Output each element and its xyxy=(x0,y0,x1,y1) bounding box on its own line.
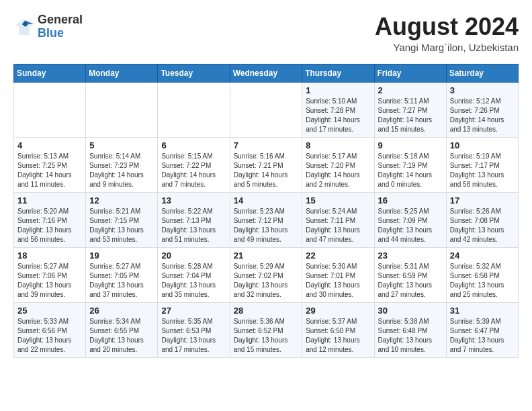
day-info: Sunrise: 5:39 AMSunset: 6:47 PMDaylight:… xyxy=(450,317,515,355)
day-number: 10 xyxy=(450,140,515,150)
day-cell: 12Sunrise: 5:21 AMSunset: 7:15 PMDayligh… xyxy=(86,192,158,247)
day-cell: 23Sunrise: 5:31 AMSunset: 6:59 PMDayligh… xyxy=(374,247,446,302)
day-number: 17 xyxy=(450,195,515,205)
day-info: Sunrise: 5:17 AMSunset: 7:20 PMDaylight:… xyxy=(306,152,370,189)
day-info: Sunrise: 5:16 AMSunset: 7:21 PMDaylight:… xyxy=(234,152,299,189)
day-info: Sunrise: 5:32 AMSunset: 6:58 PMDaylight:… xyxy=(450,262,515,300)
day-number: 18 xyxy=(17,250,82,261)
day-number: 14 xyxy=(234,195,299,205)
header-wednesday: Wednesday xyxy=(230,64,302,82)
day-number: 19 xyxy=(89,250,154,261)
day-cell: 25Sunrise: 5:33 AMSunset: 6:56 PMDayligh… xyxy=(14,302,86,357)
day-cell: 2Sunrise: 5:11 AMSunset: 7:27 PMDaylight… xyxy=(374,82,446,137)
day-info: Sunrise: 5:35 AMSunset: 6:53 PMDaylight:… xyxy=(161,317,226,355)
week-row-3: 11Sunrise: 5:20 AMSunset: 7:16 PMDayligh… xyxy=(14,192,519,247)
day-info: Sunrise: 5:12 AMSunset: 7:26 PMDaylight:… xyxy=(450,97,515,134)
day-number: 24 xyxy=(450,250,515,261)
header-saturday: Saturday xyxy=(446,64,518,82)
day-info: Sunrise: 5:31 AMSunset: 6:59 PMDaylight:… xyxy=(378,262,443,300)
day-info: Sunrise: 5:37 AMSunset: 6:50 PMDaylight:… xyxy=(306,317,370,355)
logo-line2: Blue xyxy=(38,27,83,40)
day-info: Sunrise: 5:19 AMSunset: 7:17 PMDaylight:… xyxy=(450,152,515,189)
day-cell: 18Sunrise: 5:27 AMSunset: 7:06 PMDayligh… xyxy=(14,247,86,302)
day-cell: 8Sunrise: 5:17 AMSunset: 7:20 PMDaylight… xyxy=(302,137,374,192)
day-cell: 9Sunrise: 5:18 AMSunset: 7:19 PMDaylight… xyxy=(374,137,446,192)
day-number: 29 xyxy=(306,306,370,316)
day-info: Sunrise: 5:30 AMSunset: 7:01 PMDaylight:… xyxy=(306,262,370,300)
day-info: Sunrise: 5:15 AMSunset: 7:22 PMDaylight:… xyxy=(161,152,226,189)
header-thursday: Thursday xyxy=(302,64,374,82)
day-number: 25 xyxy=(17,306,82,316)
day-number: 20 xyxy=(161,250,226,261)
calendar-header-row: SundayMondayTuesdayWednesdayThursdayFrid… xyxy=(14,64,519,82)
day-cell: 22Sunrise: 5:30 AMSunset: 7:01 PMDayligh… xyxy=(302,247,374,302)
day-cell: 20Sunrise: 5:28 AMSunset: 7:04 PMDayligh… xyxy=(158,247,230,302)
day-info: Sunrise: 5:21 AMSunset: 7:15 PMDaylight:… xyxy=(89,207,154,244)
day-cell: 19Sunrise: 5:27 AMSunset: 7:05 PMDayligh… xyxy=(86,247,158,302)
day-cell: 30Sunrise: 5:38 AMSunset: 6:48 PMDayligh… xyxy=(374,302,446,357)
day-info: Sunrise: 5:13 AMSunset: 7:25 PMDaylight:… xyxy=(17,152,82,189)
day-cell: 29Sunrise: 5:37 AMSunset: 6:50 PMDayligh… xyxy=(302,302,374,357)
day-number: 21 xyxy=(234,250,299,261)
header-monday: Monday xyxy=(86,64,158,82)
day-cell xyxy=(158,82,230,137)
day-cell: 4Sunrise: 5:13 AMSunset: 7:25 PMDaylight… xyxy=(14,137,86,192)
day-cell: 3Sunrise: 5:12 AMSunset: 7:26 PMDaylight… xyxy=(446,82,518,137)
day-info: Sunrise: 5:29 AMSunset: 7:02 PMDaylight:… xyxy=(234,262,299,300)
logo-icon xyxy=(13,16,35,38)
day-info: Sunrise: 5:36 AMSunset: 6:52 PMDaylight:… xyxy=(234,317,299,355)
logo: General Blue xyxy=(13,13,83,40)
day-number: 8 xyxy=(306,140,370,150)
day-info: Sunrise: 5:24 AMSunset: 7:11 PMDaylight:… xyxy=(306,207,370,244)
day-cell: 27Sunrise: 5:35 AMSunset: 6:53 PMDayligh… xyxy=(158,302,230,357)
day-info: Sunrise: 5:14 AMSunset: 7:23 PMDaylight:… xyxy=(89,152,154,189)
day-cell xyxy=(230,82,302,137)
day-cell: 15Sunrise: 5:24 AMSunset: 7:11 PMDayligh… xyxy=(302,192,374,247)
day-info: Sunrise: 5:28 AMSunset: 7:04 PMDaylight:… xyxy=(161,262,226,300)
day-info: Sunrise: 5:27 AMSunset: 7:05 PMDaylight:… xyxy=(89,262,154,300)
day-cell: 5Sunrise: 5:14 AMSunset: 7:23 PMDaylight… xyxy=(86,137,158,192)
day-cell: 21Sunrise: 5:29 AMSunset: 7:02 PMDayligh… xyxy=(230,247,302,302)
day-number: 22 xyxy=(306,250,370,261)
day-number: 27 xyxy=(161,306,226,316)
day-cell: 24Sunrise: 5:32 AMSunset: 6:58 PMDayligh… xyxy=(446,247,518,302)
header-sunday: Sunday xyxy=(14,64,86,82)
day-number: 7 xyxy=(234,140,299,150)
day-number: 23 xyxy=(378,250,443,261)
day-number: 13 xyxy=(161,195,226,205)
week-row-1: 1Sunrise: 5:10 AMSunset: 7:28 PMDaylight… xyxy=(14,82,519,137)
day-info: Sunrise: 5:10 AMSunset: 7:28 PMDaylight:… xyxy=(306,97,370,134)
day-info: Sunrise: 5:23 AMSunset: 7:12 PMDaylight:… xyxy=(234,207,299,244)
day-cell: 6Sunrise: 5:15 AMSunset: 7:22 PMDaylight… xyxy=(158,137,230,192)
day-number: 4 xyxy=(17,140,82,150)
day-info: Sunrise: 5:27 AMSunset: 7:06 PMDaylight:… xyxy=(17,262,82,300)
day-info: Sunrise: 5:38 AMSunset: 6:48 PMDaylight:… xyxy=(378,317,443,355)
week-row-5: 25Sunrise: 5:33 AMSunset: 6:56 PMDayligh… xyxy=(14,302,519,357)
day-cell: 7Sunrise: 5:16 AMSunset: 7:21 PMDaylight… xyxy=(230,137,302,192)
day-cell: 10Sunrise: 5:19 AMSunset: 7:17 PMDayligh… xyxy=(446,137,518,192)
logo-line1: General xyxy=(38,13,83,27)
page-header: General Blue August 2024 Yangi Marg`ilon… xyxy=(13,13,519,53)
day-cell: 14Sunrise: 5:23 AMSunset: 7:12 PMDayligh… xyxy=(230,192,302,247)
day-cell: 11Sunrise: 5:20 AMSunset: 7:16 PMDayligh… xyxy=(14,192,86,247)
day-number: 15 xyxy=(306,195,370,205)
day-number: 9 xyxy=(378,140,443,150)
day-number: 11 xyxy=(17,195,82,205)
header-tuesday: Tuesday xyxy=(158,64,230,82)
month-year: August 2024 xyxy=(375,13,519,40)
header-friday: Friday xyxy=(374,64,446,82)
day-number: 6 xyxy=(161,140,226,150)
day-cell: 31Sunrise: 5:39 AMSunset: 6:47 PMDayligh… xyxy=(446,302,518,357)
day-cell: 16Sunrise: 5:25 AMSunset: 7:09 PMDayligh… xyxy=(374,192,446,247)
day-cell: 1Sunrise: 5:10 AMSunset: 7:28 PMDaylight… xyxy=(302,82,374,137)
day-number: 30 xyxy=(378,306,443,316)
day-info: Sunrise: 5:11 AMSunset: 7:27 PMDaylight:… xyxy=(378,97,443,134)
day-cell: 26Sunrise: 5:34 AMSunset: 6:55 PMDayligh… xyxy=(86,302,158,357)
day-cell xyxy=(86,82,158,137)
day-info: Sunrise: 5:22 AMSunset: 7:13 PMDaylight:… xyxy=(161,207,226,244)
week-row-2: 4Sunrise: 5:13 AMSunset: 7:25 PMDaylight… xyxy=(14,137,519,192)
day-info: Sunrise: 5:34 AMSunset: 6:55 PMDaylight:… xyxy=(89,317,154,355)
day-number: 2 xyxy=(378,85,443,95)
day-number: 28 xyxy=(234,306,299,316)
day-cell: 17Sunrise: 5:26 AMSunset: 7:08 PMDayligh… xyxy=(446,192,518,247)
